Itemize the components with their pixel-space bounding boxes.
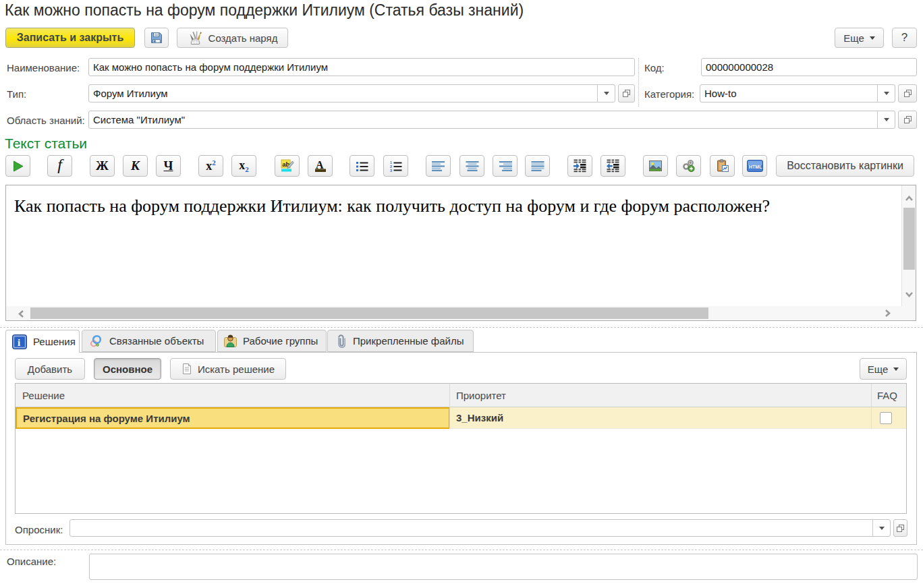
svg-text:+: +: [689, 160, 692, 165]
svg-text:i: i: [18, 337, 20, 348]
svg-text:HTML: HTML: [749, 165, 762, 169]
svg-text:A: A: [316, 159, 324, 171]
svg-text:3: 3: [390, 168, 392, 171]
